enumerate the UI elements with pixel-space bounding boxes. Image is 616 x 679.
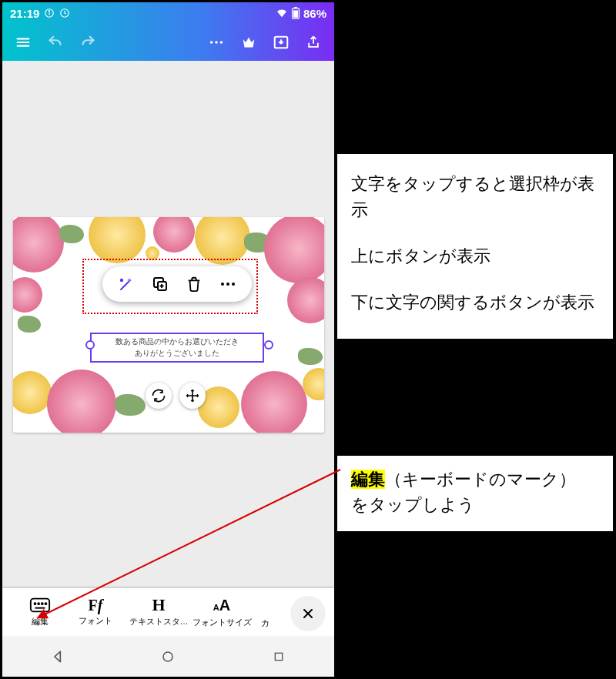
resize-handle-right[interactable] (264, 340, 273, 350)
download-button[interactable] (265, 24, 297, 61)
close-toolbar-button[interactable] (291, 597, 325, 630)
instruction-panel-2: 編集（キーボードのマーク） をタップしよう (337, 456, 613, 531)
wifi-icon (276, 8, 288, 18)
tool-style-label: テキストスタ… (129, 616, 189, 627)
clock-icon (59, 8, 70, 18)
nav-home[interactable] (141, 645, 195, 668)
text-toolbar: 編集 Ff フォント H テキストスタ… AA フォントサイズ カ (2, 588, 334, 636)
svg-point-14 (121, 279, 122, 281)
app-bar (2, 24, 334, 61)
instruction-highlight: 編集 (351, 470, 385, 489)
info-icon (44, 8, 55, 18)
svg-point-21 (35, 603, 36, 604)
tool-size-label: フォントサイズ (192, 617, 252, 628)
wand-icon[interactable] (116, 274, 136, 294)
overflow-button[interactable] (200, 24, 233, 61)
svg-point-17 (221, 283, 224, 286)
selected-textbox[interactable]: 数ある商品の中からお選びいただき ありがとうございました (90, 333, 264, 363)
more-icon[interactable] (218, 274, 238, 294)
textbox-line1: 数ある商品の中からお選びいただき (96, 336, 258, 348)
instruction-panel: 文字をタップすると選択枠が表示 上にボタンが表示 下に文字の関するボタンが表示 (337, 154, 613, 339)
status-battery-pct: 86% (303, 7, 326, 20)
redo-button[interactable] (72, 24, 104, 61)
svg-point-28 (163, 652, 172, 661)
android-nav-bar (2, 637, 334, 677)
instruction-line1: 文字をタップすると選択枠が表示 (351, 171, 599, 223)
canvas-area[interactable]: 数ある商品の中からお選びいただき ありがとうございました (2, 61, 334, 596)
svg-rect-29 (275, 653, 282, 660)
svg-rect-5 (293, 10, 298, 17)
tool-edit[interactable]: 編集 (16, 597, 64, 627)
tool-text-style[interactable]: H テキストスタ… (127, 597, 190, 627)
svg-point-18 (226, 283, 229, 286)
phone-frame: 21:19 86% (2, 2, 335, 677)
svg-point-11 (215, 41, 218, 44)
tool-edit-label: 編集 (32, 616, 49, 627)
nav-back[interactable] (31, 645, 85, 668)
share-button[interactable] (297, 24, 330, 61)
instruction-line4b: をタップしよう (351, 495, 475, 514)
instruction-line4a: （キーボードのマーク） (385, 470, 576, 489)
svg-rect-6 (294, 7, 297, 8)
design-card[interactable]: 数ある商品の中からお選びいただき ありがとうございました (13, 217, 324, 433)
battery-icon (291, 7, 300, 19)
move-handle[interactable] (179, 383, 206, 409)
instruction-line3: 下に文字の関するボタンが表示 (351, 289, 599, 316)
svg-point-2 (49, 11, 50, 12)
svg-point-12 (220, 41, 223, 44)
resize-handle-left[interactable] (85, 340, 95, 350)
undo-button[interactable] (39, 24, 72, 61)
tool-font-size[interactable]: AA フォントサイズ (190, 597, 253, 628)
status-time: 21:19 (10, 7, 39, 20)
trash-icon[interactable] (184, 274, 204, 294)
rotate-handle[interactable] (146, 383, 172, 409)
tool-font[interactable]: Ff フォント (64, 597, 127, 627)
tool-extra-label: カ (261, 617, 270, 629)
svg-point-19 (232, 283, 235, 286)
menu-button[interactable] (7, 24, 39, 61)
svg-point-23 (42, 603, 43, 604)
context-popup (102, 266, 252, 302)
svg-rect-20 (31, 599, 49, 612)
duplicate-icon[interactable] (150, 274, 170, 294)
tool-extra[interactable]: カ (253, 596, 276, 629)
textbox-line2: ありがとうございました (96, 348, 258, 360)
svg-point-22 (38, 603, 39, 604)
instruction-line2: 上にボタンが表示 (351, 243, 599, 269)
premium-button[interactable] (233, 24, 265, 61)
svg-point-10 (210, 41, 213, 44)
svg-point-24 (45, 603, 47, 604)
status-bar: 21:19 86% (2, 2, 334, 24)
nav-recent[interactable] (252, 645, 306, 668)
tool-font-label: フォント (79, 615, 112, 627)
